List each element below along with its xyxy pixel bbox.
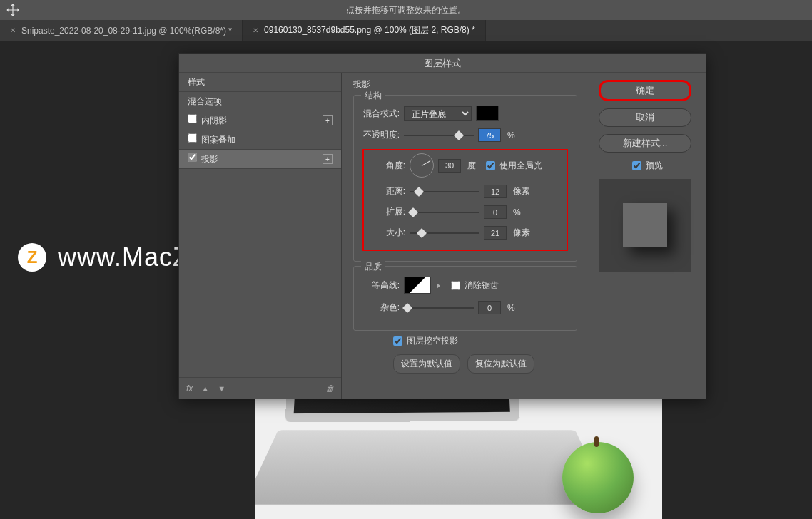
tab-bar: ✕ Snipaste_2022-08-20_08-29-11.jpg @ 100… [0,20,812,41]
structure-fieldset: 结构 混合模式: 正片叠底 不透明度: % 角度: [353,95,577,262]
style-label: 内阴影 [201,115,227,125]
add-effect-icon[interactable]: + [323,115,333,125]
reset-default-button[interactable]: 复位为默认值 [467,354,534,374]
angle-input[interactable] [438,159,461,173]
noise-label: 杂色: [362,302,400,314]
percent-unit: % [513,207,521,217]
size-label: 大小: [368,227,405,239]
size-input[interactable] [484,226,507,240]
fieldset-legend: 品质 [361,261,385,273]
antialias-label: 消除锯齿 [465,279,499,292]
px-unit: 像素 [513,227,530,239]
dialog-actions: 确定 取消 新建样式... 预览 [589,73,706,399]
spread-label: 扩展: [368,206,405,218]
move-tool-icon[interactable] [6,3,20,17]
percent-unit: % [507,303,515,313]
fieldset-legend: 结构 [361,90,385,102]
new-style-button[interactable]: 新建样式... [599,134,691,153]
styles-header[interactable]: 样式 [179,73,341,92]
styles-panel: 样式 混合选项 内阴影 + 图案叠加 投影 + fx ▲ ▼ 🗑 [179,73,342,399]
move-up-icon[interactable]: ▲ [201,384,209,393]
knockout-label: 图层挖空投影 [407,335,458,347]
dialog-title: 图层样式 [179,54,706,73]
preview-label: 预览 [646,160,663,172]
ok-button[interactable]: 确定 [599,80,691,101]
blend-mode-label: 混合模式: [362,108,400,120]
highlighted-params: 角度: 度 使用全局光 距离: 像素 扩展: [362,149,568,251]
fx-icon[interactable]: fx [186,384,193,394]
preview-box [599,179,691,272]
layer-style-dialog: 图层样式 样式 混合选项 内阴影 + 图案叠加 投影 + fx [178,53,706,399]
style-item-drop-shadow[interactable]: 投影 + [179,150,341,169]
percent-unit: % [507,130,515,140]
color-swatch[interactable] [476,106,499,121]
contour-picker[interactable] [404,277,431,294]
apple-graphic [562,442,634,513]
opacity-slider[interactable] [404,135,474,136]
antialias-checkbox[interactable] [451,281,460,290]
watermark-icon: Z [18,243,46,272]
opacity-label: 不透明度: [362,129,400,141]
toolbar-hint: 点按并拖移可调整效果的位置。 [346,4,466,16]
add-effect-icon[interactable]: + [323,154,333,164]
close-icon[interactable]: ✕ [253,26,258,34]
global-light-checkbox[interactable] [486,161,495,170]
top-toolbar: 点按并拖移可调整效果的位置。 [0,0,812,20]
noise-slider[interactable] [404,307,474,309]
section-title: 投影 [353,78,577,91]
spread-input[interactable] [484,205,507,219]
global-light-label: 使用全局光 [499,160,542,172]
angle-unit: 度 [467,160,476,172]
contour-label: 等高线: [362,279,400,292]
close-icon[interactable]: ✕ [10,26,16,34]
style-checkbox[interactable] [188,133,197,143]
distance-slider[interactable] [410,191,479,192]
trash-icon[interactable]: 🗑 [325,384,334,394]
image-content [255,399,662,519]
style-label: 投影 [201,154,218,164]
angle-label: 角度: [368,160,405,172]
effect-settings: 投影 结构 混合模式: 正片叠底 不透明度: % 角度: [342,73,589,399]
tab-label: 09160130_8537d9bd55.png @ 100% (图层 2, RG… [264,24,475,36]
tab-label: Snipaste_2022-08-20_08-29-11.jpg @ 100%(… [21,26,232,36]
style-checkbox[interactable] [188,114,197,123]
noise-input[interactable] [478,301,501,314]
blend-mode-select[interactable]: 正片叠底 [404,106,472,121]
style-item-pattern-overlay[interactable]: 图案叠加 [179,130,341,150]
cancel-button[interactable]: 取消 [599,108,691,127]
preview-checkbox[interactable] [632,161,641,170]
opacity-input[interactable] [478,128,501,142]
move-down-icon[interactable]: ▼ [218,384,225,393]
angle-dial[interactable] [410,153,434,178]
style-item-inner-shadow[interactable]: 内阴影 + [179,111,341,130]
document-tab-1[interactable]: ✕ Snipaste_2022-08-20_08-29-11.jpg @ 100… [0,20,243,41]
quality-fieldset: 品质 等高线: 消除锯齿 杂色: % [353,266,577,331]
preview-swatch [623,203,667,247]
distance-input[interactable] [484,185,507,198]
knockout-checkbox[interactable] [393,336,402,346]
size-slider[interactable] [410,232,479,234]
set-default-button[interactable]: 设置为默认值 [393,354,460,374]
px-unit: 像素 [513,185,530,197]
distance-label: 距离: [368,185,405,197]
document-tab-2[interactable]: ✕ 09160130_8537d9bd55.png @ 100% (图层 2, … [243,20,486,41]
spread-slider[interactable] [410,212,479,213]
style-label: 图案叠加 [201,135,235,145]
styles-footer: fx ▲ ▼ 🗑 [179,377,341,399]
blend-options-item[interactable]: 混合选项 [179,92,341,111]
style-checkbox[interactable] [188,153,197,162]
